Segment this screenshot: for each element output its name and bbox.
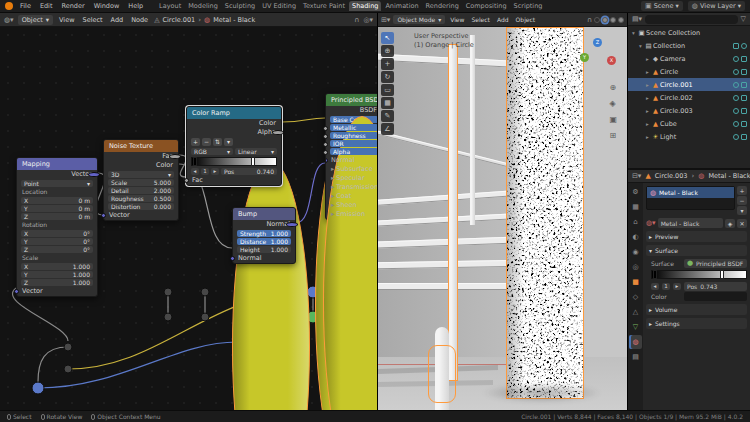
- properties-gradient-bar[interactable]: [651, 270, 747, 279]
- alpha-socket[interactable]: [323, 150, 328, 155]
- transform-tool[interactable]: ▦: [381, 97, 394, 109]
- color-swatch[interactable]: [684, 292, 747, 301]
- editor-grid-icon[interactable]: ⊞▾: [381, 16, 390, 24]
- ramp-tools-button[interactable]: ▾: [224, 138, 233, 146]
- selected-pipe[interactable]: [449, 45, 457, 380]
- move-tool[interactable]: +: [381, 58, 394, 70]
- node-principled-header[interactable]: Principled BSDF: [326, 94, 377, 106]
- ortho-toggle-icon[interactable]: ⊞: [609, 131, 617, 140]
- panel-preview[interactable]: ▸Preview: [646, 231, 747, 242]
- node-color-ramp[interactable]: Color Ramp Color Alpha + − ⇅ ▾ RGB▾ Line…: [186, 106, 282, 186]
- specular-section[interactable]: ▸Specular: [326, 174, 377, 183]
- exclude-checkbox[interactable]: [733, 43, 739, 49]
- alpha-output-socket[interactable]: [272, 130, 284, 135]
- vp-menu-view[interactable]: View: [448, 16, 466, 23]
- reroute-node-blue2[interactable]: [32, 382, 44, 394]
- gradient-stop-black[interactable]: [653, 270, 657, 279]
- shader-menu-select[interactable]: Select: [81, 16, 105, 24]
- cursor-tool[interactable]: ⊕: [381, 45, 394, 57]
- hide-eye-icon[interactable]: [733, 121, 739, 127]
- outliner-row[interactable]: ▸▲Circle: [628, 65, 750, 78]
- bump-strength-field[interactable]: Strength1.000: [237, 230, 291, 237]
- hide-eye-icon[interactable]: [733, 95, 739, 101]
- rotation-x-field[interactable]: X0°: [21, 230, 93, 237]
- scale-z-field[interactable]: Z1.000: [21, 279, 93, 286]
- tab-output[interactable]: ⌂: [629, 215, 642, 229]
- outliner-row[interactable]: ▾▣Scene Collection: [628, 26, 750, 39]
- node-bump[interactable]: Bump Normal Strength1.000 Distance1.000 …: [232, 207, 296, 264]
- color-output-socket[interactable]: [232, 161, 310, 410]
- roughness-input[interactable]: Roughness: [330, 132, 377, 139]
- menu-file[interactable]: File: [18, 2, 33, 10]
- vector-input-socket[interactable]: [14, 289, 19, 294]
- tab-object[interactable]: ■: [629, 275, 642, 289]
- properties-icon[interactable]: ⊟▾: [632, 172, 641, 180]
- menu-edit[interactable]: Edit: [38, 2, 55, 10]
- disable-render-icon[interactable]: [741, 95, 747, 101]
- prev-stop-button[interactable]: ◂: [191, 168, 199, 175]
- tab-object-data[interactable]: ▽: [629, 320, 642, 334]
- tab-texture[interactable]: ▤: [629, 350, 642, 364]
- metallic-input[interactable]: Metallic: [330, 124, 377, 131]
- alpha-input[interactable]: Alpha: [330, 148, 377, 155]
- stop-index-field[interactable]: 1: [662, 283, 670, 290]
- mapping-type-dropdown[interactable]: Point▾: [21, 180, 93, 187]
- node-noise-header[interactable]: Noise Texture: [104, 140, 178, 152]
- ior-socket[interactable]: [323, 142, 328, 147]
- normal-socket[interactable]: [326, 158, 328, 163]
- tab-physics[interactable]: △: [629, 305, 642, 319]
- prev-stop-button[interactable]: ◂: [651, 283, 659, 290]
- fake-user-shield-icon[interactable]: ◈: [725, 219, 735, 228]
- breadcrumb-object-name[interactable]: Circle.001: [163, 16, 196, 24]
- x-axis-handle[interactable]: X: [607, 56, 616, 65]
- tab-scripting[interactable]: Scripting: [511, 1, 546, 11]
- tab-material[interactable]: ◍: [629, 335, 642, 349]
- material-slot-list[interactable]: ◍Metal - Black: [646, 186, 735, 210]
- back-pipe[interactable]: [470, 35, 475, 225]
- measure-tool[interactable]: ∠: [381, 123, 394, 135]
- panel-volume[interactable]: ▸Volume: [646, 304, 747, 315]
- disable-render-icon[interactable]: [741, 56, 747, 62]
- pan-icon[interactable]: ◈: [609, 99, 617, 108]
- vp-menu-select[interactable]: Select: [469, 16, 492, 23]
- base-color-input[interactable]: Base Color: [330, 116, 377, 123]
- breadcrumb-object[interactable]: Circle.003: [655, 172, 688, 180]
- gradient-bar[interactable]: [191, 157, 277, 166]
- emission-section[interactable]: ▸Emission: [326, 210, 377, 219]
- ior-input[interactable]: IOR: [330, 140, 377, 147]
- flip-ramp-button[interactable]: ⇅: [213, 138, 222, 146]
- tab-sculpting[interactable]: Sculpting: [222, 1, 258, 11]
- node-principled-bsdf[interactable]: Principled BSDF BSDF Base Color Metallic…: [325, 93, 377, 220]
- noise-scale-field[interactable]: Scale5.000: [108, 179, 174, 186]
- remove-slot-button[interactable]: −: [737, 196, 747, 205]
- subsurface-section[interactable]: ▸Subsurface: [326, 165, 377, 174]
- material-shading-button[interactable]: [610, 17, 616, 23]
- tab-modeling[interactable]: Modeling: [185, 1, 221, 11]
- filter-icon[interactable]: ▽: [741, 15, 746, 23]
- coat-section[interactable]: ▸Coat: [326, 192, 377, 201]
- tab-tool[interactable]: ⚙: [629, 185, 642, 199]
- shader-type-dropdown[interactable]: Object ▾: [18, 15, 53, 25]
- shader-menu-add[interactable]: Add: [109, 16, 126, 24]
- menu-render[interactable]: Render: [59, 2, 86, 10]
- tab-uv-editing[interactable]: UV Editing: [259, 1, 299, 11]
- panel-surface[interactable]: ▾Surface: [646, 245, 747, 256]
- surface-shader-dropdown[interactable]: ●Principled BSDF: [684, 259, 747, 268]
- menu-window[interactable]: Window: [92, 2, 122, 10]
- next-stop-button[interactable]: ▸: [211, 168, 219, 175]
- add-slot-button[interactable]: +: [737, 186, 747, 195]
- remove-stop-button[interactable]: −: [202, 138, 211, 146]
- rendered-shading-button[interactable]: [618, 17, 624, 23]
- tab-world[interactable]: ◎: [629, 260, 642, 274]
- roughness-socket[interactable]: [323, 134, 328, 139]
- navigation-gizmo[interactable]: Z X Y: [577, 37, 619, 79]
- normal-input-socket[interactable]: [230, 256, 235, 261]
- node-bump-header[interactable]: Bump: [233, 208, 295, 220]
- outliner-row[interactable]: ▸☀Light: [628, 130, 750, 143]
- vector-input-socket[interactable]: [101, 213, 106, 218]
- position-field[interactable]: Pos 0.743: [684, 282, 747, 291]
- stop-index-field[interactable]: 1: [201, 168, 209, 175]
- node-canvas[interactable]: Mapping Vector Point▾ Location X0 m Y0 m…: [0, 27, 377, 410]
- hide-eye-icon[interactable]: [733, 56, 739, 62]
- disable-render-icon[interactable]: [741, 108, 747, 114]
